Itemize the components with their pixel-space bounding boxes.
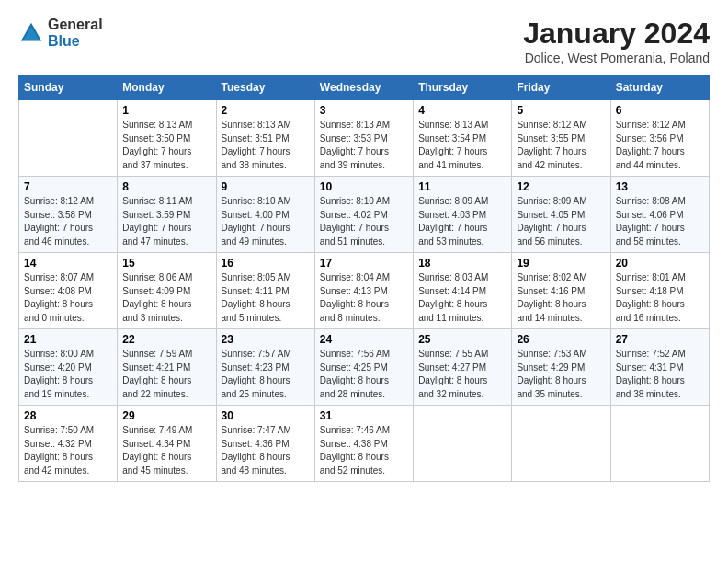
- day-cell: 24Sunrise: 7:56 AM Sunset: 4:25 PM Dayli…: [314, 329, 413, 406]
- month-title: January 2024: [523, 17, 710, 51]
- day-cell: 4Sunrise: 8:13 AM Sunset: 3:54 PM Daylig…: [414, 100, 512, 177]
- day-cell: 13Sunrise: 8:08 AM Sunset: 4:06 PM Dayli…: [610, 177, 709, 253]
- day-number: 31: [320, 409, 408, 422]
- col-header-saturday: Saturday: [610, 75, 709, 100]
- day-cell: 17Sunrise: 8:04 AM Sunset: 4:13 PM Dayli…: [314, 253, 413, 329]
- day-cell: 29Sunrise: 7:49 AM Sunset: 4:34 PM Dayli…: [118, 406, 216, 482]
- day-cell: 14Sunrise: 8:07 AM Sunset: 4:08 PM Dayli…: [19, 253, 118, 329]
- day-number: 21: [24, 333, 112, 346]
- day-cell: [414, 406, 512, 482]
- day-number: 3: [320, 104, 408, 117]
- day-cell: 2Sunrise: 8:13 AM Sunset: 3:51 PM Daylig…: [216, 100, 314, 177]
- day-number: 7: [24, 180, 112, 193]
- day-info: Sunrise: 7:46 AM Sunset: 4:38 PM Dayligh…: [320, 424, 408, 477]
- day-info: Sunrise: 7:47 AM Sunset: 4:36 PM Dayligh…: [222, 424, 310, 477]
- col-header-thursday: Thursday: [414, 75, 512, 100]
- day-info: Sunrise: 8:13 AM Sunset: 3:53 PM Dayligh…: [320, 119, 408, 172]
- week-row-3: 14Sunrise: 8:07 AM Sunset: 4:08 PM Dayli…: [19, 253, 710, 329]
- week-row-5: 28Sunrise: 7:50 AM Sunset: 4:32 PM Dayli…: [19, 406, 710, 482]
- day-cell: 22Sunrise: 7:59 AM Sunset: 4:21 PM Dayli…: [118, 329, 216, 406]
- day-cell: [610, 406, 709, 482]
- day-cell: 23Sunrise: 7:57 AM Sunset: 4:23 PM Dayli…: [216, 329, 314, 406]
- day-cell: 8Sunrise: 8:11 AM Sunset: 3:59 PM Daylig…: [118, 177, 216, 253]
- day-info: Sunrise: 8:12 AM Sunset: 3:58 PM Dayligh…: [24, 195, 112, 248]
- day-number: 26: [517, 333, 605, 346]
- week-row-2: 7Sunrise: 8:12 AM Sunset: 3:58 PM Daylig…: [19, 177, 710, 253]
- day-number: 11: [418, 180, 506, 193]
- day-cell: 12Sunrise: 8:09 AM Sunset: 4:05 PM Dayli…: [512, 177, 610, 253]
- day-cell: 18Sunrise: 8:03 AM Sunset: 4:14 PM Dayli…: [414, 253, 512, 329]
- day-number: 30: [222, 409, 310, 422]
- day-number: 17: [320, 257, 408, 270]
- day-info: Sunrise: 7:59 AM Sunset: 4:21 PM Dayligh…: [122, 348, 210, 401]
- day-number: 5: [517, 104, 605, 117]
- day-info: Sunrise: 7:53 AM Sunset: 4:29 PM Dayligh…: [517, 348, 605, 401]
- col-header-sunday: Sunday: [19, 75, 118, 100]
- day-number: 27: [616, 333, 704, 346]
- day-info: Sunrise: 8:10 AM Sunset: 4:00 PM Dayligh…: [222, 195, 310, 248]
- col-header-tuesday: Tuesday: [216, 75, 314, 100]
- day-info: Sunrise: 7:49 AM Sunset: 4:34 PM Dayligh…: [122, 424, 210, 477]
- day-info: Sunrise: 8:13 AM Sunset: 3:54 PM Dayligh…: [418, 119, 506, 172]
- day-info: Sunrise: 8:06 AM Sunset: 4:09 PM Dayligh…: [122, 271, 210, 325]
- title-section: January 2024 Dolice, West Pomerania, Pol…: [523, 17, 710, 65]
- day-cell: 19Sunrise: 8:02 AM Sunset: 4:16 PM Dayli…: [512, 253, 610, 329]
- day-info: Sunrise: 7:52 AM Sunset: 4:31 PM Dayligh…: [616, 348, 704, 401]
- day-number: 20: [616, 257, 704, 270]
- day-number: 6: [616, 104, 704, 117]
- week-row-4: 21Sunrise: 8:00 AM Sunset: 4:20 PM Dayli…: [19, 329, 710, 406]
- day-cell: 26Sunrise: 7:53 AM Sunset: 4:29 PM Dayli…: [512, 329, 610, 406]
- day-number: 28: [24, 409, 112, 422]
- day-number: 2: [222, 104, 310, 117]
- day-info: Sunrise: 8:02 AM Sunset: 4:16 PM Dayligh…: [517, 271, 605, 325]
- day-number: 15: [122, 257, 210, 270]
- logo-icon: [18, 20, 44, 46]
- day-info: Sunrise: 8:04 AM Sunset: 4:13 PM Dayligh…: [320, 271, 408, 325]
- day-info: Sunrise: 8:09 AM Sunset: 4:03 PM Dayligh…: [418, 195, 506, 248]
- day-info: Sunrise: 7:55 AM Sunset: 4:27 PM Dayligh…: [418, 348, 506, 401]
- logo: General Blue: [18, 17, 103, 49]
- day-number: 10: [320, 180, 408, 193]
- day-number: 12: [517, 180, 605, 193]
- day-info: Sunrise: 8:12 AM Sunset: 3:55 PM Dayligh…: [517, 119, 605, 172]
- logo-general: General: [48, 17, 103, 33]
- day-number: 9: [222, 180, 310, 193]
- day-number: 24: [320, 333, 408, 346]
- week-row-1: 1Sunrise: 8:13 AM Sunset: 3:50 PM Daylig…: [19, 100, 710, 177]
- header-row: SundayMondayTuesdayWednesdayThursdayFrid…: [19, 75, 710, 100]
- day-number: 29: [122, 409, 210, 422]
- day-info: Sunrise: 8:10 AM Sunset: 4:02 PM Dayligh…: [320, 195, 408, 248]
- day-cell: 25Sunrise: 7:55 AM Sunset: 4:27 PM Dayli…: [414, 329, 512, 406]
- day-cell: 28Sunrise: 7:50 AM Sunset: 4:32 PM Dayli…: [19, 406, 118, 482]
- day-info: Sunrise: 7:57 AM Sunset: 4:23 PM Dayligh…: [222, 348, 310, 401]
- col-header-monday: Monday: [118, 75, 216, 100]
- day-info: Sunrise: 7:56 AM Sunset: 4:25 PM Dayligh…: [320, 348, 408, 401]
- calendar-table: SundayMondayTuesdayWednesdayThursdayFrid…: [18, 75, 710, 482]
- day-cell: 31Sunrise: 7:46 AM Sunset: 4:38 PM Dayli…: [314, 406, 413, 482]
- day-info: Sunrise: 8:09 AM Sunset: 4:05 PM Dayligh…: [517, 195, 605, 248]
- day-number: 4: [418, 104, 506, 117]
- day-info: Sunrise: 8:01 AM Sunset: 4:18 PM Dayligh…: [616, 271, 704, 325]
- day-cell: [512, 406, 610, 482]
- day-number: 22: [122, 333, 210, 346]
- day-cell: 20Sunrise: 8:01 AM Sunset: 4:18 PM Dayli…: [610, 253, 709, 329]
- day-info: Sunrise: 8:07 AM Sunset: 4:08 PM Dayligh…: [24, 271, 112, 325]
- day-info: Sunrise: 8:13 AM Sunset: 3:51 PM Dayligh…: [222, 119, 310, 172]
- day-cell: 7Sunrise: 8:12 AM Sunset: 3:58 PM Daylig…: [19, 177, 118, 253]
- day-number: 18: [418, 257, 506, 270]
- day-cell: 15Sunrise: 8:06 AM Sunset: 4:09 PM Dayli…: [118, 253, 216, 329]
- day-number: 1: [122, 104, 210, 117]
- col-header-friday: Friday: [512, 75, 610, 100]
- day-info: Sunrise: 8:11 AM Sunset: 3:59 PM Dayligh…: [122, 195, 210, 248]
- day-number: 19: [517, 257, 605, 270]
- day-info: Sunrise: 8:08 AM Sunset: 4:06 PM Dayligh…: [616, 195, 704, 248]
- page: General Blue January 2024 Dolice, West P…: [0, 0, 728, 491]
- day-info: Sunrise: 7:50 AM Sunset: 4:32 PM Dayligh…: [24, 424, 112, 477]
- day-cell: 5Sunrise: 8:12 AM Sunset: 3:55 PM Daylig…: [512, 100, 610, 177]
- logo-blue: Blue: [48, 33, 103, 50]
- day-cell: 30Sunrise: 7:47 AM Sunset: 4:36 PM Dayli…: [216, 406, 314, 482]
- day-cell: 9Sunrise: 8:10 AM Sunset: 4:00 PM Daylig…: [216, 177, 314, 253]
- day-cell: 10Sunrise: 8:10 AM Sunset: 4:02 PM Dayli…: [314, 177, 413, 253]
- day-number: 14: [24, 257, 112, 270]
- day-number: 25: [418, 333, 506, 346]
